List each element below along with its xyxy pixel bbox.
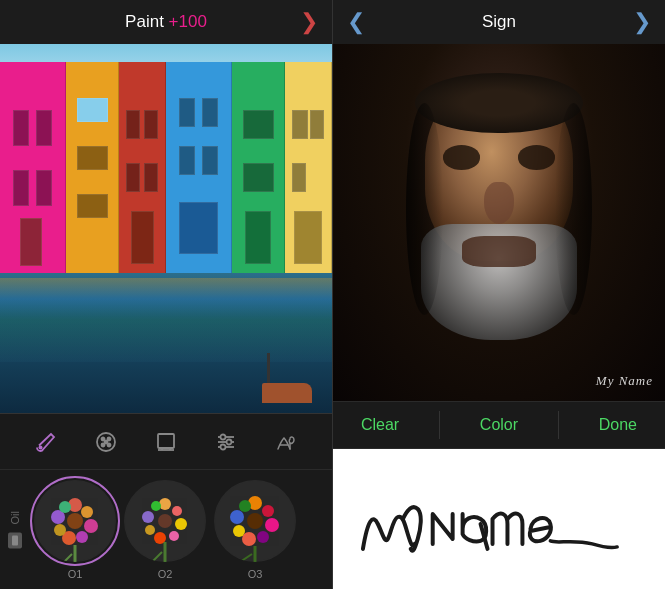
- brush-label-o2: O2: [158, 568, 173, 580]
- color-button[interactable]: Color: [464, 408, 534, 442]
- palette-tool[interactable]: [88, 424, 124, 460]
- brush-option-o2[interactable]: O2: [124, 480, 206, 580]
- brush-thumbnail-o1: [34, 480, 116, 562]
- svg-point-50: [247, 513, 263, 529]
- brush-thumbnail-o3: [214, 480, 296, 562]
- svg-rect-7: [158, 434, 174, 448]
- svg-point-25: [59, 501, 71, 513]
- signature-canvas[interactable]: [333, 449, 665, 589]
- svg-point-0: [39, 445, 43, 449]
- svg-point-49: [239, 500, 251, 512]
- svg-point-37: [151, 501, 161, 511]
- brush-type-label: Oil: [8, 511, 22, 548]
- building-2: [66, 62, 119, 302]
- right-next-arrow[interactable]: ❯: [633, 9, 651, 35]
- svg-point-35: [145, 525, 155, 535]
- svg-point-6: [105, 440, 108, 443]
- left-panel: Paint +100 ❯: [0, 0, 332, 589]
- svg-point-43: [262, 505, 274, 517]
- left-next-arrow[interactable]: ❯: [300, 9, 318, 35]
- building-1: [0, 62, 66, 302]
- svg-point-16: [221, 444, 226, 449]
- building-4: [166, 62, 232, 302]
- divider-2: [558, 411, 559, 439]
- water-area: [0, 273, 332, 413]
- portrait-photo: My Name: [333, 44, 665, 401]
- action-bar: Clear Color Done: [333, 401, 665, 449]
- building-5: [232, 62, 285, 302]
- brush-thumbnail-o2: [124, 480, 206, 562]
- svg-point-45: [257, 531, 269, 543]
- signature-drawing: [333, 449, 665, 589]
- svg-point-47: [233, 525, 245, 537]
- brush-panel: Oil: [0, 469, 332, 589]
- svg-point-26: [67, 513, 83, 529]
- svg-point-5: [108, 443, 111, 446]
- svg-point-3: [108, 437, 111, 440]
- right-header: ❮ Sign ❯: [333, 0, 665, 44]
- svg-point-48: [230, 510, 244, 524]
- paint-toolbar: [0, 413, 332, 469]
- svg-point-30: [159, 498, 171, 510]
- svg-point-38: [158, 514, 172, 528]
- paint-value: +100: [169, 12, 207, 31]
- portrait-area: My Name: [333, 44, 665, 401]
- svg-point-14: [221, 434, 226, 439]
- svg-point-33: [169, 531, 179, 541]
- left-panel-title: Paint +100: [125, 12, 207, 32]
- svg-rect-53: [333, 449, 665, 589]
- left-header: Paint +100 ❯: [0, 0, 332, 44]
- building-3: [119, 62, 166, 302]
- svg-point-19: [81, 506, 93, 518]
- svg-point-4: [102, 443, 105, 446]
- brush-label-o3: O3: [248, 568, 263, 580]
- right-back-arrow[interactable]: ❮: [347, 9, 365, 35]
- building-6: [285, 62, 332, 302]
- brush-tool[interactable]: [28, 424, 64, 460]
- svg-point-15: [227, 439, 232, 444]
- water-reflection: [0, 278, 332, 362]
- photo-area: [0, 44, 332, 413]
- svg-point-2: [102, 437, 105, 440]
- svg-point-44: [265, 518, 279, 532]
- brush-option-o1[interactable]: O1: [34, 480, 116, 580]
- done-button[interactable]: Done: [583, 408, 653, 442]
- svg-point-32: [175, 518, 187, 530]
- right-panel-title: Sign: [482, 12, 516, 32]
- text-tool[interactable]: [268, 424, 304, 460]
- svg-point-21: [76, 531, 88, 543]
- right-panel: ❮ Sign ❯: [332, 0, 665, 589]
- boat: [262, 383, 312, 403]
- canvas-tool[interactable]: [148, 424, 184, 460]
- svg-point-31: [172, 506, 182, 516]
- burano-photo: [0, 44, 332, 413]
- buildings-row: [0, 62, 332, 302]
- svg-point-23: [54, 524, 66, 536]
- svg-point-36: [142, 511, 154, 523]
- divider-1: [439, 411, 440, 439]
- signature-on-photo: My Name: [596, 373, 653, 389]
- brush-label-o1: O1: [68, 568, 83, 580]
- svg-point-20: [84, 519, 98, 533]
- settings-tool[interactable]: [208, 424, 244, 460]
- clear-button[interactable]: Clear: [345, 408, 415, 442]
- brush-option-o3[interactable]: O3: [214, 480, 296, 580]
